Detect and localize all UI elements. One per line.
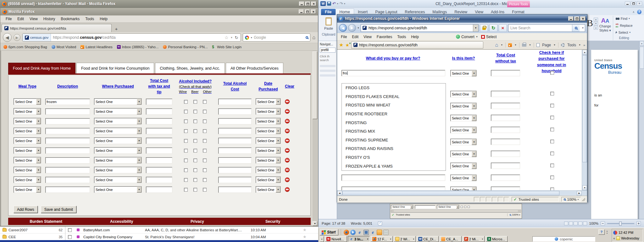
scroll-up-icon[interactable]: ▲	[640, 41, 644, 46]
dropdown-arrow-icon[interactable]	[276, 147, 280, 153]
description-input[interactable]	[45, 167, 90, 173]
suggestion-item[interactable]: FROSTING	[346, 120, 446, 125]
tools-menu-label[interactable]: Tools	[567, 43, 576, 47]
horizontal-scrollbar[interactable]	[391, 210, 521, 212]
ie-menu-help[interactable]: Help	[408, 34, 421, 40]
suggestion-item[interactable]: FROZEN APPLE & YAMS	[346, 164, 446, 169]
ribbon-tab-file[interactable]: File	[321, 9, 336, 15]
taskbar-button[interactable]: CE_Di...	[417, 236, 439, 242]
other-checkbox[interactable]	[203, 129, 207, 133]
taskbar-button-dropdown-icon[interactable]: ▾	[367, 238, 368, 240]
wine-checkbox[interactable]	[184, 188, 188, 192]
dropdown-arrow-icon[interactable]	[276, 157, 280, 163]
dropdown-arrow-icon[interactable]	[472, 127, 476, 133]
toolbar-overflow-icon[interactable]: »	[583, 43, 585, 47]
suggestion-item[interactable]: FROSTED FLAKES CEREAL	[346, 94, 446, 99]
text-input[interactable]	[415, 205, 436, 209]
is-this-item-select[interactable]: Select One	[450, 163, 477, 169]
bookmark-item[interactable]: 6pm.com Shopping Bag	[3, 45, 47, 49]
header-clear[interactable]: Clear	[285, 84, 294, 89]
where-purchased-select[interactable]: Select One	[94, 108, 142, 115]
dropdown-arrow-icon[interactable]	[276, 138, 280, 144]
replace-button[interactable]: abacReplace	[616, 23, 633, 28]
description-input[interactable]	[45, 108, 90, 115]
page-scrollbar[interactable]: ▲ ▼	[582, 50, 587, 190]
convert-button[interactable]: Convert▼	[456, 35, 478, 39]
zoom-out-button[interactable]: −	[601, 221, 605, 226]
where-purchased-select[interactable]: Select One	[94, 167, 142, 173]
beer-checkbox[interactable]	[193, 168, 197, 172]
taskbar-button[interactable]: 12 F...▾	[371, 236, 393, 242]
ie-quicklaunch-icon[interactable]	[357, 230, 362, 235]
navigation-search-input[interactable]: prefill	[320, 48, 336, 53]
footer-link[interactable]: Privacy	[159, 219, 235, 224]
dropdown-arrow-icon[interactable]	[472, 91, 476, 97]
menu-edit[interactable]: Edit	[14, 16, 27, 22]
someone-not-in-household-checkbox[interactable]	[550, 71, 554, 75]
dropdown-arrow-icon[interactable]	[36, 157, 41, 163]
checkbox-group[interactable]	[461, 206, 470, 208]
history-dropdown-icon[interactable]: ▼	[357, 27, 359, 29]
word-titlebar[interactable]: W ↶▾ ↷ ▾ CE_Diary_QuickReport_120314.doc…	[319, 0, 644, 8]
clock-time[interactable]: 12:42 PM	[619, 231, 633, 234]
meal-type-select[interactable]: Select One	[14, 167, 41, 173]
header-where-purchased[interactable]: Where Purchased	[94, 84, 142, 89]
scrollbar-thumb[interactable]	[342, 191, 559, 195]
taskbar-button[interactable]: Micros...	[486, 236, 508, 242]
spellcheck-icon[interactable]	[378, 222, 382, 225]
paste-button[interactable]: Paste Clipboard	[320, 16, 337, 40]
ie-menu-view[interactable]: View	[361, 34, 374, 40]
refresh-button[interactable]: ↻	[489, 24, 497, 32]
total-cost-input[interactable]	[491, 103, 520, 109]
someone-not-in-household-checkbox[interactable]	[550, 164, 554, 167]
meal-type-select[interactable]: Select One	[14, 157, 41, 164]
address-dropdown-icon[interactable]: ▼	[473, 25, 478, 32]
beer-checkbox[interactable]	[193, 129, 197, 133]
dropdown-arrow-icon[interactable]	[137, 177, 142, 183]
description-input[interactable]	[45, 128, 90, 134]
undo-icon[interactable]: ↶	[332, 1, 336, 6]
footer-link[interactable]: Burden Statement	[8, 219, 84, 224]
menu-bookmarks[interactable]: Bookmarks	[58, 16, 82, 22]
where-purchased-select[interactable]: Select One	[94, 118, 142, 124]
back-button[interactable]: ◀	[3, 33, 12, 42]
is-this-item-select[interactable]: Select One	[450, 70, 477, 77]
footer-link[interactable]: Security	[235, 219, 311, 224]
other-checkbox[interactable]	[203, 149, 207, 153]
close-button[interactable]: ×	[311, 2, 316, 6]
favorites-star-icon[interactable]: ★	[339, 42, 343, 48]
dropdown-arrow-icon[interactable]	[276, 108, 280, 114]
grid-quicklaunch-icon[interactable]	[383, 230, 389, 235]
census-tab[interactable]: Clothing, Shoes, Jewelry, and Acc.	[155, 63, 225, 73]
wine-checkbox[interactable]	[184, 149, 188, 153]
dropdown-arrow-icon[interactable]	[276, 167, 280, 173]
header-meal-type[interactable]: Meal Type	[14, 84, 41, 89]
stop-button[interactable]: ×	[499, 24, 507, 32]
someone-not-in-household-checkbox[interactable]	[550, 116, 554, 119]
suggestion-item[interactable]: FROSTIE ROOTBEER	[346, 112, 446, 116]
maximize-button[interactable]	[305, 9, 310, 14]
census-tab[interactable]: Food and Drink for Home Consumption	[76, 63, 154, 73]
dropdown-arrow-icon[interactable]	[472, 163, 476, 169]
dropdown-arrow-icon[interactable]	[276, 118, 280, 124]
word-scrollbar[interactable]: ▲	[639, 41, 644, 219]
date-purchased-select[interactable]: Select One	[256, 176, 281, 183]
taskbar-button[interactable]: 2 Wi...▾	[394, 236, 416, 242]
notes-quicklaunch-icon[interactable]	[377, 230, 382, 235]
ie-titlebar[interactable]: e https://respond.census.gov/ced/fdh - W…	[337, 14, 587, 23]
where-purchased-select[interactable]: Select One	[94, 176, 142, 183]
date-purchased-select[interactable]: Select One	[256, 108, 281, 115]
page-count-status[interactable]: Page: 17 of 38	[322, 222, 345, 225]
bookmark-item[interactable]: Web Site Login	[212, 45, 242, 49]
beer-checkbox[interactable]	[193, 119, 197, 123]
other-checkbox[interactable]	[203, 119, 207, 123]
suggestion-item[interactable]: FROSTING MIX	[346, 129, 446, 134]
date-purchased-select[interactable]: Select One	[256, 186, 281, 193]
date-purchased-select[interactable]: Select One	[256, 157, 281, 164]
dropdown-arrow-icon[interactable]	[36, 147, 41, 153]
mail-checkbox[interactable]	[68, 235, 72, 239]
someone-not-in-household-checkbox[interactable]	[550, 152, 554, 155]
meal-type-select[interactable]: Select One	[14, 98, 41, 105]
ie-menu-tools[interactable]: Tools	[395, 34, 408, 40]
total-cost-input[interactable]	[491, 187, 520, 190]
